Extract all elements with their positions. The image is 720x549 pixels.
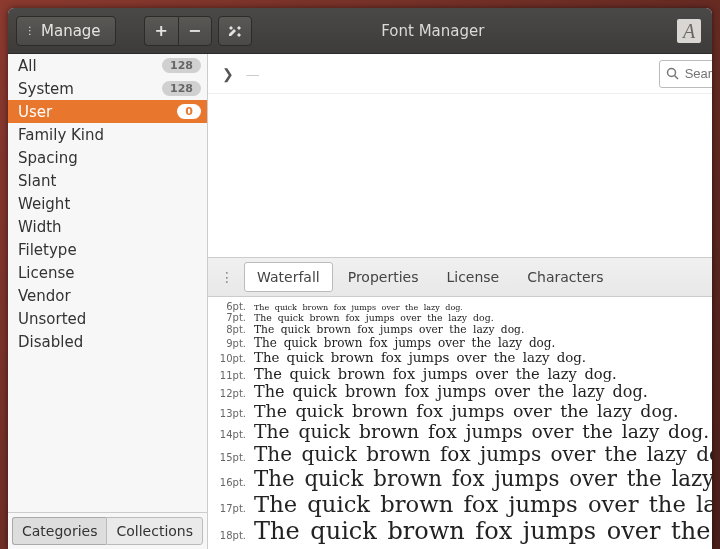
- waterfall-row: 9pt.The quick brown fox jumps over the l…: [210, 336, 712, 350]
- waterfall-row: 6pt.The quick brown fox jumps over the l…: [210, 301, 712, 312]
- breadcrumb-placeholder: —: [246, 66, 260, 82]
- waterfall-row: 17pt.The quick brown fox jumps over the …: [210, 491, 712, 517]
- waterfall-sample-text: The quick brown fox jumps over the lazy …: [254, 350, 586, 365]
- tab-collections[interactable]: Collections: [106, 517, 203, 545]
- category-list: All128System128User0Family KindSpacingSl…: [8, 54, 207, 512]
- tab-waterfall[interactable]: Waterfall: [244, 262, 333, 292]
- category-label: All: [18, 57, 37, 75]
- waterfall-size-label: 7pt.: [210, 312, 254, 323]
- waterfall-sample-text: The quick brown fox jumps over the lazy …: [254, 336, 555, 350]
- titlebar: ⋮ Manage + − Font Manager A: [8, 8, 712, 54]
- window: ⋮ Manage + − Font Manager A All128System…: [8, 8, 712, 549]
- category-row[interactable]: Weight: [8, 192, 207, 215]
- category-row[interactable]: Vendor: [8, 284, 207, 307]
- svg-text:A: A: [681, 20, 696, 42]
- category-row[interactable]: Width: [8, 215, 207, 238]
- category-row[interactable]: Filetype: [8, 238, 207, 261]
- waterfall-size-label: 13pt.: [210, 408, 254, 419]
- plus-icon: +: [154, 21, 167, 40]
- tab-characters[interactable]: Characters: [514, 262, 616, 292]
- wrench-icon: [227, 23, 243, 39]
- waterfall-row: 8pt.The quick brown fox jumps over the l…: [210, 323, 712, 336]
- category-label: Family Kind: [18, 126, 104, 144]
- waterfall-row: 12pt.The quick brown fox jumps over the …: [210, 382, 712, 401]
- waterfall-sample-text: The quick brown fox jumps over the lazy …: [254, 323, 524, 336]
- waterfall-row: 10pt.The quick brown fox jumps over the …: [210, 350, 712, 365]
- category-row[interactable]: System128: [8, 77, 207, 100]
- category-label: Width: [18, 218, 62, 236]
- waterfall-sample-text: The quick brown fox jumps over the lazy …: [254, 312, 494, 323]
- category-row[interactable]: Unsorted: [8, 307, 207, 330]
- tab-categories[interactable]: Categories: [12, 517, 106, 545]
- category-row[interactable]: License: [8, 261, 207, 284]
- category-row[interactable]: User0: [8, 100, 207, 123]
- preview-tabs: ⋮ Waterfall Properties License Character…: [208, 257, 712, 297]
- category-label: Weight: [18, 195, 70, 213]
- waterfall-row: 11pt.The quick brown fox jumps over the …: [210, 365, 712, 382]
- category-count-badge: 0: [177, 104, 201, 119]
- category-label: Filetype: [18, 241, 77, 259]
- font-glyph-icon: A: [674, 16, 704, 46]
- waterfall-sample-text: The quick brown fox jumps over the lazy …: [254, 517, 712, 545]
- waterfall-size-label: 11pt.: [210, 370, 254, 381]
- chevron-right-icon[interactable]: ❯: [216, 62, 240, 86]
- sidebar: All128System128User0Family KindSpacingSl…: [8, 54, 208, 549]
- waterfall-row: 15pt.The quick brown fox jumps over the …: [210, 442, 712, 466]
- waterfall-row: 13pt.The quick brown fox jumps over the …: [210, 401, 712, 421]
- drag-handle-icon[interactable]: ⋮: [212, 269, 242, 285]
- waterfall-row: 16pt.The quick brown fox jumps over the …: [210, 466, 712, 491]
- waterfall-sample-text: The quick brown fox jumps over the lazy …: [254, 466, 712, 491]
- category-label: Vendor: [18, 287, 71, 305]
- category-label: Spacing: [18, 149, 78, 167]
- tab-license[interactable]: License: [433, 262, 512, 292]
- waterfall-row: 14pt.The quick brown fox jumps over the …: [210, 421, 712, 442]
- category-row[interactable]: Family Kind: [8, 123, 207, 146]
- category-label: Slant: [18, 172, 56, 190]
- minus-icon: −: [188, 21, 201, 40]
- main-pane: ❯ — ⋮ Waterfall Properties License Chara…: [208, 54, 712, 549]
- menu-icon: ⋮: [25, 26, 35, 36]
- waterfall-row: 7pt.The quick brown fox jumps over the l…: [210, 312, 712, 323]
- svg-line-3: [674, 76, 678, 80]
- category-row[interactable]: Disabled: [8, 330, 207, 353]
- category-count-badge: 128: [162, 58, 201, 73]
- add-button[interactable]: +: [144, 16, 178, 46]
- window-title: Font Manager: [252, 22, 674, 40]
- waterfall-size-label: 18pt.: [210, 530, 254, 541]
- category-row[interactable]: All128: [8, 54, 207, 77]
- breadcrumb-bar: ❯ —: [208, 54, 712, 94]
- svg-point-2: [667, 69, 675, 77]
- category-label: Unsorted: [18, 310, 86, 328]
- waterfall-size-label: 8pt.: [210, 324, 254, 335]
- waterfall-size-label: 9pt.: [210, 338, 254, 349]
- waterfall-size-label: 14pt.: [210, 429, 254, 440]
- waterfall-sample-text: The quick brown fox jumps over the lazy …: [254, 303, 463, 312]
- tab-properties[interactable]: Properties: [335, 262, 432, 292]
- search-icon: [666, 67, 679, 80]
- category-row[interactable]: Spacing: [8, 146, 207, 169]
- search-box[interactable]: [659, 60, 712, 88]
- category-label: System: [18, 80, 74, 98]
- waterfall-preview: 6pt.The quick brown fox jumps over the l…: [208, 297, 712, 549]
- category-count-badge: 128: [162, 81, 201, 96]
- search-input[interactable]: [683, 65, 712, 82]
- remove-button[interactable]: −: [178, 16, 212, 46]
- waterfall-sample-text: The quick brown fox jumps over the lazy …: [254, 382, 648, 401]
- category-row[interactable]: Slant: [8, 169, 207, 192]
- waterfall-size-label: 12pt.: [210, 388, 254, 399]
- waterfall-sample-text: The quick brown fox jumps over the lazy …: [254, 491, 712, 517]
- waterfall-sample-text: The quick brown fox jumps over the lazy …: [254, 421, 709, 442]
- content: All128System128User0Family KindSpacingSl…: [8, 54, 712, 549]
- waterfall-row: 18pt.The quick brown fox jumps over the …: [210, 517, 712, 545]
- waterfall-size-label: 16pt.: [210, 477, 254, 488]
- preferences-button[interactable]: [218, 16, 252, 46]
- sidebar-tabs: Categories Collections: [8, 512, 207, 549]
- waterfall-sample-text: The quick brown fox jumps over the lazy …: [254, 365, 617, 382]
- category-label: Disabled: [18, 333, 83, 351]
- manage-label: Manage: [41, 22, 101, 40]
- manage-button[interactable]: ⋮ Manage: [16, 16, 116, 46]
- waterfall-size-label: 17pt.: [210, 503, 254, 514]
- waterfall-sample-text: The quick brown fox jumps over the lazy …: [254, 401, 678, 421]
- category-label: License: [18, 264, 75, 282]
- waterfall-size-label: 10pt.: [210, 353, 254, 364]
